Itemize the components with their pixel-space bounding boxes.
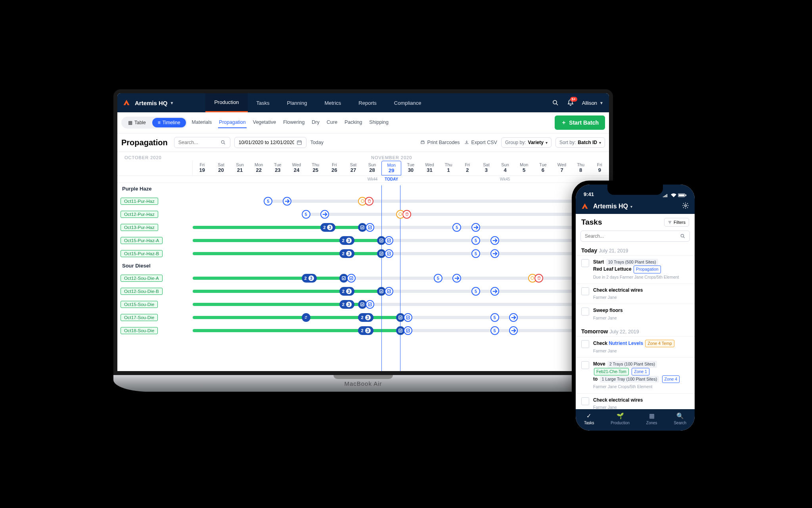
day-column[interactable]: Sat3 xyxy=(477,161,496,175)
settings-button[interactable] xyxy=(682,202,689,211)
sort-by-select[interactable]: Sort by: Batch ID ▾ xyxy=(555,137,605,148)
timeline-marker[interactable] xyxy=(320,210,329,219)
timeline-marker[interactable] xyxy=(302,313,310,322)
task-item[interactable]: Start 10 Trays (500 Plant Sites)Red Leaf… xyxy=(576,255,695,283)
batch-id-chip[interactable]: Oct18-Sou-Die xyxy=(121,327,158,334)
day-column[interactable]: Fri9 xyxy=(590,161,609,175)
timeline-marker[interactable]: 5 xyxy=(490,313,499,322)
day-column[interactable]: Thu1 xyxy=(439,161,458,175)
day-column[interactable]: Sun28 xyxy=(363,161,382,175)
nav-planning[interactable]: Planning xyxy=(278,93,316,112)
subtab-packing[interactable]: Packing xyxy=(344,117,363,128)
day-column[interactable]: Mon22 xyxy=(249,161,268,175)
timeline-marker[interactable]: 5 xyxy=(471,287,480,296)
day-column[interactable]: Thu25 xyxy=(306,161,325,175)
task-item[interactable]: Check electrical wiresFarmer Jane xyxy=(576,393,695,409)
phone-tab-production[interactable]: 🌱Production xyxy=(611,412,630,425)
batch-id-chip[interactable]: Oct12-Pur-Haz xyxy=(121,211,158,218)
batch-id-chip[interactable]: Oct12-Sou-Die-B xyxy=(121,288,163,295)
day-column[interactable]: Sun4 xyxy=(496,161,515,175)
day-column[interactable]: Sat20 xyxy=(212,161,231,175)
batch-id-chip[interactable]: Oct11-Pur-Haz xyxy=(121,198,158,205)
timeline-marker[interactable] xyxy=(385,249,393,258)
task-checkbox[interactable] xyxy=(581,287,589,295)
timeline-marker[interactable]: 23 xyxy=(358,326,373,335)
timeline-marker[interactable] xyxy=(534,274,543,283)
timeline-marker[interactable]: 5 xyxy=(471,249,480,258)
timeline-marker[interactable] xyxy=(385,236,393,245)
batch-id-chip[interactable]: Oct12-Sou-Die-A xyxy=(121,275,163,282)
segment-table[interactable]: ▦Table xyxy=(123,118,151,127)
print-barcodes-button[interactable]: Print Barcodes xyxy=(420,140,460,145)
timeline-marker[interactable] xyxy=(509,326,518,335)
timeline-marker[interactable]: 5 xyxy=(434,274,442,283)
phone-tab-search[interactable]: 🔍Search xyxy=(674,412,686,425)
task-checkbox[interactable] xyxy=(581,361,589,369)
today-link[interactable]: Today xyxy=(310,140,324,145)
timeline-marker[interactable] xyxy=(471,223,480,232)
timeline-marker[interactable] xyxy=(490,236,499,245)
timeline-marker[interactable] xyxy=(509,313,518,322)
nav-compliance[interactable]: Compliance xyxy=(385,93,430,112)
timeline-marker[interactable] xyxy=(404,313,412,322)
timeline-marker[interactable] xyxy=(402,210,411,219)
subtab-shipping[interactable]: Shipping xyxy=(368,117,389,128)
timeline-marker[interactable]: 5 xyxy=(471,236,480,245)
subtab-propagation[interactable]: Propagation xyxy=(218,117,246,128)
user-menu[interactable]: Allison ▼ xyxy=(582,100,603,106)
subtab-vegetative[interactable]: Vegetative xyxy=(252,117,277,128)
timeline-marker[interactable]: 23 xyxy=(320,223,335,232)
variety-group[interactable]: Purple Haze▾ xyxy=(117,183,609,194)
segment-timeline[interactable]: ≡Timeline xyxy=(152,118,186,127)
export-csv-button[interactable]: Export CSV xyxy=(464,140,497,145)
day-column[interactable]: Sat27 xyxy=(344,161,363,175)
batch-id-chip[interactable]: Oct17-Sou-Die xyxy=(121,314,158,321)
day-column[interactable]: Fri19 xyxy=(193,161,212,175)
nav-tasks[interactable]: Tasks xyxy=(248,93,278,112)
subtab-materials[interactable]: Materials xyxy=(191,117,213,128)
search-icon[interactable] xyxy=(552,99,559,106)
task-item[interactable]: Check Nutrient Levels Zone 4 TempFarmer … xyxy=(576,336,695,357)
timeline-marker[interactable]: 5 xyxy=(452,223,461,232)
timeline-marker[interactable] xyxy=(347,274,356,283)
task-item[interactable]: Check electrical wiresFarmer Jane xyxy=(576,283,695,304)
group-by-select[interactable]: Group by: Variety ▾ xyxy=(501,137,552,148)
batch-id-chip[interactable]: Oct15-Pur-Haz-A xyxy=(121,237,163,244)
timeline-marker[interactable]: 23 xyxy=(339,249,354,258)
filters-button[interactable]: Filters xyxy=(664,218,689,227)
start-batch-button[interactable]: ＋ Start Batch xyxy=(555,115,605,130)
subtab-cure[interactable]: Cure xyxy=(326,117,338,128)
phone-tab-tasks[interactable]: ✓Tasks xyxy=(584,412,594,425)
phone-search-field[interactable] xyxy=(585,233,678,239)
timeline-marker[interactable] xyxy=(490,287,499,296)
task-checkbox[interactable] xyxy=(581,340,589,348)
phone-tab-zones[interactable]: ▦Zones xyxy=(646,412,657,425)
day-column[interactable]: Fri26 xyxy=(325,161,344,175)
timeline-marker[interactable] xyxy=(366,223,374,232)
day-column[interactable]: Mon5 xyxy=(515,161,534,175)
batch-id-chip[interactable]: Oct15-Sou-Die xyxy=(121,301,158,308)
day-column[interactable]: Wed7 xyxy=(552,161,571,175)
subtab-flowering[interactable]: Flowering xyxy=(282,117,305,128)
timeline-marker[interactable] xyxy=(365,197,373,206)
day-column[interactable]: Tue23 xyxy=(268,161,287,175)
phone-search-input[interactable] xyxy=(580,231,690,242)
task-item[interactable]: Move 2 Trays (100 Plant Sites)Feb21-Che-… xyxy=(576,357,695,393)
search-input[interactable] xyxy=(178,140,218,145)
timeline-marker[interactable]: 5 xyxy=(490,326,499,335)
day-column[interactable]: Tue30 xyxy=(401,161,420,175)
day-column[interactable]: Thu8 xyxy=(571,161,590,175)
batch-id-chip[interactable]: Oct15-Pur-Haz-B xyxy=(121,250,163,257)
timeline-marker[interactable]: 23 xyxy=(302,274,317,283)
search-input-wrapper[interactable] xyxy=(174,137,230,148)
nav-reports[interactable]: Reports xyxy=(350,93,385,112)
brand-dropdown[interactable]: Artemis HQ ▼ xyxy=(123,99,174,106)
subtab-dry[interactable]: Dry xyxy=(311,117,320,128)
timeline-marker[interactable]: 23 xyxy=(339,300,354,309)
task-item[interactable]: Sweep floorsFarmer Jane xyxy=(576,304,695,324)
batch-id-chip[interactable]: Oct13-Pur-Haz xyxy=(121,224,158,231)
timeline-marker[interactable]: 23 xyxy=(339,287,354,296)
day-column[interactable]: Tue6 xyxy=(534,161,553,175)
timeline-marker[interactable] xyxy=(452,274,461,283)
timeline-marker[interactable] xyxy=(385,287,393,296)
